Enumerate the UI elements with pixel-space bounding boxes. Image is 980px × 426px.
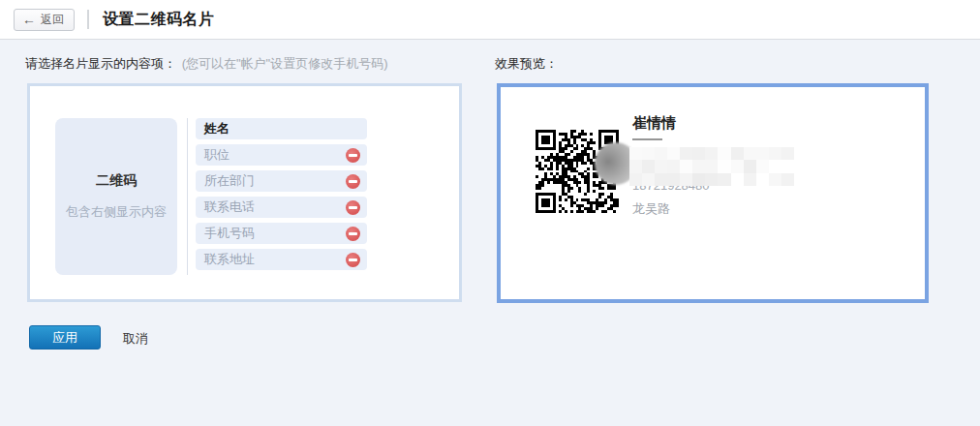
field-label: 姓名: [204, 120, 230, 137]
selector-prompt-hint: (您可以在"帐户"设置页修改手机号码): [182, 56, 388, 71]
preview-panel: 崔情情 18721928480 龙吴路: [497, 83, 929, 303]
field-row-address: 联系地址: [196, 249, 367, 270]
back-button-label: 返回: [41, 12, 64, 28]
field-label: 所在部门: [204, 172, 255, 190]
remove-icon[interactable]: [346, 148, 360, 163]
remove-icon[interactable]: [346, 253, 360, 267]
preview-label: 效果预览：: [495, 55, 558, 73]
top-bar: ← 返回 设置二维码名片: [0, 0, 980, 40]
qr-box-title: 二维码: [96, 172, 137, 190]
remove-icon[interactable]: [346, 174, 360, 189]
name-underline: [632, 138, 662, 140]
cancel-link[interactable]: 取消: [123, 330, 148, 348]
field-label: 手机号码: [204, 225, 255, 242]
preview-address: 龙吴路: [632, 200, 670, 218]
field-row-name: 姓名: [196, 118, 367, 139]
field-list: 姓名 职位 所在部门 联系电话 手机号码 联系地址: [196, 118, 367, 275]
selector-panel: 二维码 包含右侧显示内容 姓名 职位 所在部门 联系电话 手机号码 联系地址: [27, 83, 462, 302]
qr-placeholder-box: 二维码 包含右侧显示内容: [55, 118, 177, 275]
field-row-telephone: 联系电话: [196, 197, 367, 218]
field-label: 联系地址: [204, 251, 255, 268]
field-label: 联系电话: [204, 198, 255, 216]
left-arrow-icon: ←: [22, 13, 36, 26]
field-row-department: 所在部门: [196, 170, 367, 192]
vertical-divider: [187, 118, 188, 275]
blurred-text-mosaic: [629, 147, 794, 186]
field-row-mobile: 手机号码: [196, 223, 367, 244]
field-row-title: 职位: [196, 144, 367, 166]
selector-prompt: 请选择名片显示的内容项： (您可以在"帐户"设置页修改手机号码): [25, 55, 388, 73]
qr-box-subtitle: 包含右侧显示内容: [66, 203, 167, 221]
selector-prompt-text: 请选择名片显示的内容项：: [25, 56, 176, 71]
remove-icon[interactable]: [346, 227, 360, 241]
preview-name: 崔情情: [632, 114, 676, 133]
title-divider: [87, 10, 89, 29]
back-button[interactable]: ← 返回: [14, 9, 75, 31]
remove-icon[interactable]: [346, 200, 360, 215]
apply-button[interactable]: 应用: [29, 325, 101, 350]
field-label: 职位: [204, 146, 230, 164]
page-title: 设置二维码名片: [103, 10, 215, 30]
